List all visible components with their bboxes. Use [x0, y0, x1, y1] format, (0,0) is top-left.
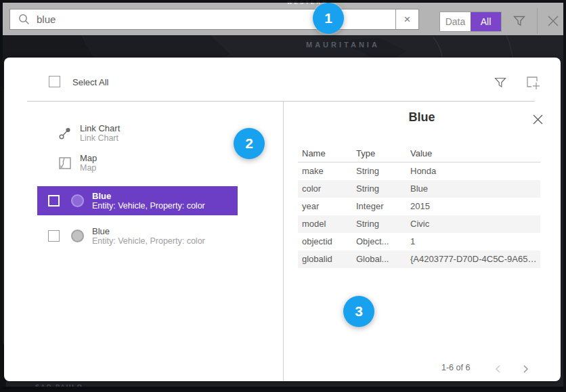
search-toolbar: × Data All [3, 3, 563, 35]
result-subtitle: Map [80, 163, 97, 173]
property-name: year [302, 201, 355, 211]
result-checkbox[interactable] [48, 195, 60, 206]
callout-2: 2 [234, 128, 265, 159]
property-type: Global... [356, 254, 409, 264]
table-row: model String Civic [298, 215, 540, 233]
callout-1: 1 [313, 3, 344, 34]
detail-title: Blue [283, 110, 561, 125]
column-name: Name [302, 148, 355, 158]
close-icon [532, 114, 544, 125]
property-type: Integer [356, 201, 409, 211]
filter-button[interactable] [509, 11, 529, 31]
table-row: year Integer 2015 [298, 198, 540, 215]
property-value: {A4203777-D70D-4C5C-9A65-C... [410, 254, 538, 264]
entity-circle-icon [70, 230, 84, 243]
close-icon [546, 14, 560, 28]
property-table: make String Honda color String Blue year… [298, 162, 540, 268]
results-filter-button[interactable] [492, 74, 509, 91]
add-selection-icon [525, 75, 540, 90]
property-value: Honda [410, 166, 538, 176]
select-all-label: Select All [72, 77, 108, 87]
pagination-label: 1-6 of 6 [441, 363, 470, 372]
property-name: globalid [302, 254, 355, 264]
property-type: Object... [356, 236, 409, 246]
property-name: objectid [302, 236, 355, 246]
result-subtitle: Entity: Vehicle, Property: color [92, 236, 205, 246]
scope-option-all[interactable]: All [471, 12, 501, 31]
result-item-blue[interactable]: Blue Entity: Vehicle, Property: color [37, 221, 238, 251]
column-value: Value [410, 148, 538, 158]
result-item-link-chart[interactable]: Link Chart Link Chart [37, 118, 238, 148]
result-title: Map [80, 153, 97, 163]
toolbar-divider [537, 8, 538, 34]
column-type: Type [356, 148, 409, 158]
map-icon [58, 156, 72, 170]
property-type: String [356, 183, 409, 194]
clear-search-button[interactable]: × [395, 9, 418, 29]
next-page-button[interactable] [517, 361, 534, 377]
entity-circle-icon [70, 194, 84, 208]
result-checkbox[interactable] [48, 230, 60, 242]
funnel-icon [494, 76, 507, 89]
table-row: objectid Object... 1 [298, 233, 540, 251]
search-box: × [9, 9, 419, 30]
table-row: globalid Global... {A4203777-D70D-4C5C-9… [298, 251, 540, 268]
property-value: Civic [410, 219, 538, 229]
table-header: Name Type Value [298, 147, 540, 162]
map-label-bottom: SAO PAULO [35, 383, 83, 390]
scope-option-data[interactable]: Data [440, 12, 471, 31]
result-item-map[interactable]: Map Map [37, 148, 238, 177]
close-search-button[interactable] [542, 10, 564, 32]
search-scope-toggle: Data All [439, 12, 502, 32]
property-type: String [356, 166, 409, 176]
previous-page-button[interactable] [490, 361, 506, 377]
property-value: 1 [410, 236, 538, 246]
result-title: Blue [92, 226, 205, 236]
map-label-mauritania: MAURITANIA [306, 41, 380, 49]
result-subtitle: Entity: Vehicle, Property: color [92, 201, 205, 211]
property-name: make [302, 166, 355, 176]
property-value: 2015 [410, 201, 538, 211]
detail-close-button[interactable] [529, 111, 546, 127]
search-icon [10, 9, 37, 29]
chevron-right-icon [521, 364, 529, 374]
search-results-window: WESTERN MAURITANIA SAO PAULO × Data All … [0, 0, 566, 392]
select-all-checkbox[interactable] [49, 76, 60, 87]
detail-pane: Blue Name Type Value make String Honda c… [283, 101, 561, 381]
results-panel: Select All Link Chart Link Chart [4, 58, 561, 381]
result-item-blue-selected[interactable]: Blue Entity: Vehicle, Property: color [37, 186, 238, 215]
result-title: Blue [92, 191, 205, 201]
property-name: color [302, 183, 355, 194]
property-name: model [302, 219, 355, 229]
link-chart-icon [58, 127, 72, 140]
table-row: color String Blue [298, 180, 540, 198]
chevron-left-icon [494, 364, 502, 374]
property-type: String [356, 219, 409, 229]
property-value: Blue [410, 183, 538, 194]
add-to-selection-button[interactable] [524, 74, 542, 91]
callout-3: 3 [343, 296, 374, 327]
funnel-icon [513, 14, 526, 28]
result-subtitle: Link Chart [80, 133, 120, 144]
pagination: 1-6 of 6 [283, 361, 561, 377]
table-row: make String Honda [298, 162, 540, 180]
result-title: Link Chart [80, 123, 120, 133]
